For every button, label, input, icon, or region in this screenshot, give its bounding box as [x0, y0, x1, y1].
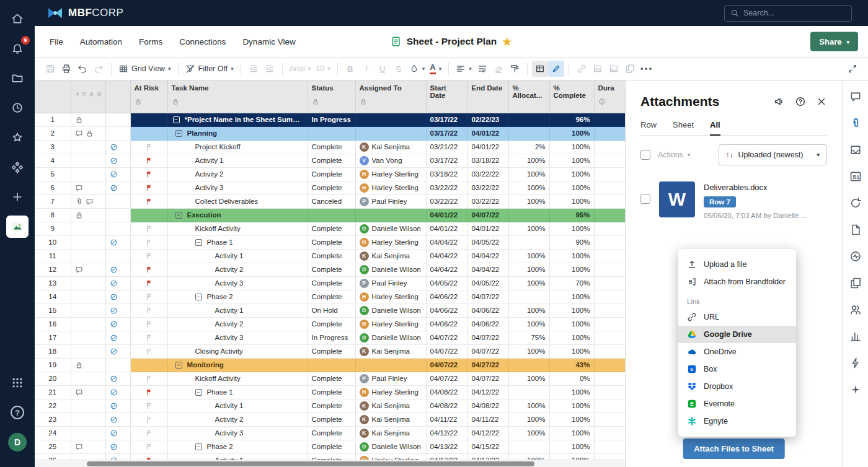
font-size-select[interactable]: 10▾ [313, 61, 332, 77]
row-indicators-cell[interactable] [71, 222, 105, 235]
row-number[interactable]: 3 [35, 140, 71, 154]
task-name-cell[interactable]: −Monitoring [167, 358, 308, 372]
assigned-to-cell[interactable]: VVan Vong [355, 154, 426, 167]
status-cell[interactable]: Complete [308, 317, 355, 331]
collapse-toggle[interactable]: − [195, 239, 202, 246]
start-date-cell[interactable]: 03/18/22 [426, 167, 467, 181]
allocation-cell[interactable]: 100% [508, 154, 549, 167]
menu-item-evernote[interactable]: E Evernote [678, 395, 796, 412]
assigned-to-cell[interactable]: DDanielle Wilson [355, 303, 426, 317]
at-risk-cell[interactable] [130, 249, 167, 263]
column-header-end-date[interactable]: End Date [467, 81, 508, 113]
row-indicators-cell[interactable] [71, 426, 105, 440]
proof-cell[interactable] [105, 290, 130, 303]
at-risk-cell[interactable] [130, 399, 167, 412]
status-cell[interactable]: On Hold [308, 303, 355, 317]
allocation-cell[interactable]: 100% [508, 344, 549, 358]
proof-cell[interactable] [105, 263, 130, 276]
rail-connections-icon[interactable] [849, 357, 862, 369]
proof-cell[interactable] [105, 399, 130, 412]
status-cell[interactable]: Complete [308, 426, 355, 440]
at-risk-cell[interactable] [130, 372, 167, 385]
assigned-to-cell[interactable]: DDanielle Wilson [355, 440, 426, 453]
proof-cell[interactable] [105, 372, 130, 385]
sidebar-item-folders[interactable] [6, 67, 29, 89]
allocation-cell[interactable]: 100% [508, 222, 549, 235]
allocation-cell[interactable]: 100% [508, 372, 549, 385]
duration-cell[interactable] [594, 399, 625, 412]
favorite-star-icon[interactable]: ★ [502, 36, 512, 48]
assigned-to-cell[interactable] [355, 358, 426, 372]
at-risk-cell[interactable] [130, 385, 167, 399]
at-risk-cell[interactable] [130, 358, 167, 372]
status-cell[interactable]: Complete [308, 167, 355, 181]
duration-cell[interactable] [594, 181, 625, 194]
tab-sheet[interactable]: Sheet [673, 120, 694, 135]
task-name-cell[interactable]: −*Project Name in the Sheet Summary* [167, 113, 308, 126]
task-name-cell[interactable]: −Planning [167, 126, 308, 140]
at-risk-cell[interactable] [130, 181, 167, 194]
align-button[interactable]: ▾ [453, 61, 474, 77]
start-date-cell[interactable]: 03/21/22 [426, 140, 467, 154]
task-name-cell[interactable]: Activity 1 [167, 399, 308, 412]
more-options-button[interactable]: ••• [638, 61, 656, 77]
print-button[interactable] [58, 61, 74, 77]
end-date-cell[interactable]: 04/01/22 [467, 222, 508, 235]
duration-cell[interactable] [594, 208, 625, 222]
complete-cell[interactable]: 100% [549, 154, 594, 167]
end-date-cell[interactable]: 04/05/22 [467, 276, 508, 290]
row-number[interactable]: 6 [35, 181, 71, 194]
filter-button[interactable]: Filter Off▾ [183, 61, 236, 77]
complete-cell[interactable]: 100% [549, 222, 594, 235]
start-date-cell[interactable]: 04/08/22 [426, 385, 467, 399]
attachment-checkbox[interactable] [640, 194, 650, 204]
duration-cell[interactable] [594, 113, 625, 126]
start-date-cell[interactable]: 03/22/22 [426, 194, 467, 208]
column-header-assigned-to[interactable]: Assigned To [355, 81, 426, 113]
italic-button[interactable]: I [358, 61, 374, 77]
at-risk-cell[interactable] [130, 290, 167, 303]
save-button[interactable] [42, 61, 58, 77]
row-number[interactable]: 21 [35, 385, 71, 399]
tab-all[interactable]: All [710, 120, 720, 136]
duration-cell[interactable] [594, 167, 625, 181]
cell-view-toggle[interactable] [532, 61, 548, 77]
format-painter-button[interactable] [507, 61, 523, 77]
select-all-checkbox[interactable] [640, 150, 650, 160]
end-date-cell[interactable]: 04/04/22 [467, 263, 508, 276]
assigned-to-cell[interactable] [355, 126, 426, 140]
start-date-cell[interactable]: 04/06/22 [426, 303, 467, 317]
collapse-toggle[interactable]: − [175, 212, 182, 219]
menu-item-upload-a-file[interactable]: Upload a file [678, 256, 796, 273]
menu-connections[interactable]: Connections [179, 37, 226, 46]
duration-cell[interactable] [594, 194, 625, 208]
allocation-cell[interactable]: 100% [508, 181, 549, 194]
assigned-to-cell[interactable] [355, 208, 426, 222]
row-number[interactable]: 10 [35, 235, 71, 249]
collapse-toggle[interactable]: − [195, 389, 202, 396]
row-indicators-header[interactable] [71, 81, 105, 113]
duration-cell[interactable] [594, 372, 625, 385]
start-date-cell[interactable]: 04/08/22 [426, 399, 467, 412]
row-indicators-cell[interactable] [71, 358, 105, 372]
at-risk-cell[interactable] [130, 263, 167, 276]
start-date-cell[interactable]: 04/05/22 [426, 276, 467, 290]
row-indicators-cell[interactable] [71, 412, 105, 426]
column-header-dura[interactable]: Dura [594, 81, 625, 113]
complete-cell[interactable]: 96% [549, 113, 594, 126]
font-color-button[interactable]: A▾ [427, 61, 444, 77]
search-input[interactable] [743, 9, 846, 17]
status-cell[interactable]: Complete [308, 249, 355, 263]
end-date-cell[interactable]: 02/22/23 [467, 113, 508, 126]
attachment-filename[interactable]: Deliverables.docx [704, 183, 807, 192]
duration-cell[interactable] [594, 317, 625, 331]
start-date-cell[interactable]: 04/13/22 [426, 440, 467, 453]
collapse-toggle[interactable]: − [195, 443, 202, 450]
row-number[interactable]: 2 [35, 126, 71, 140]
proof-cell[interactable] [105, 412, 130, 426]
horizontal-scrollbar[interactable] [87, 461, 534, 466]
assigned-to-cell[interactable]: PPaul Finley [355, 276, 426, 290]
complete-cell[interactable]: 90% [549, 235, 594, 249]
complete-cell[interactable]: 100% [549, 317, 594, 331]
assigned-to-cell[interactable]: KKai Senjima [355, 426, 426, 440]
